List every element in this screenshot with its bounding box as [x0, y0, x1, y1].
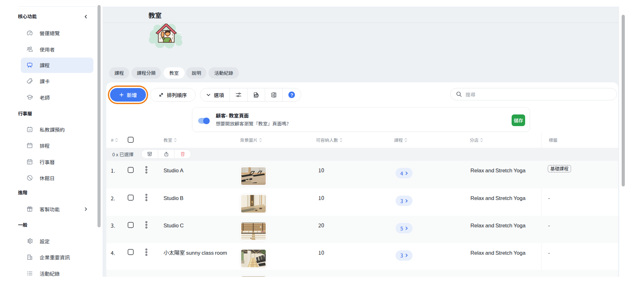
svg-text:X: X: [272, 94, 274, 96]
svg-text:31: 31: [28, 128, 31, 131]
svg-text:CSV: CSV: [255, 94, 258, 96]
